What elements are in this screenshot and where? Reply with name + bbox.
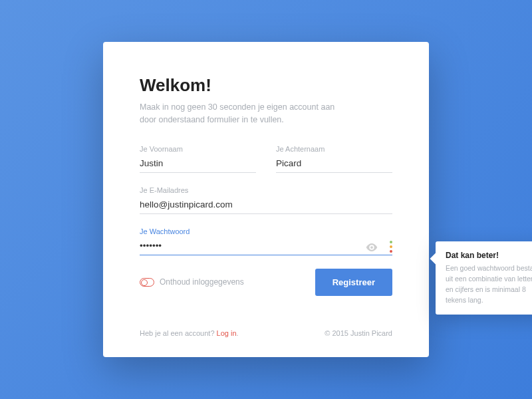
lastname-input[interactable] — [276, 156, 392, 173]
lastname-field: Je Achternaam — [276, 145, 392, 173]
tooltip-title: Dat kan beter! — [446, 251, 532, 260]
login-prompt: Heb je al een account? Log in. — [140, 329, 239, 337]
password-field: Je Wachtwoord — [140, 227, 392, 255]
login-link[interactable]: Log in — [217, 329, 237, 337]
email-label: Je E-Mailadres — [140, 186, 392, 194]
strength-dot — [390, 250, 392, 253]
strength-dot — [390, 241, 392, 243]
remember-label: Onthoud inloggegevens — [160, 277, 244, 287]
password-label: Je Wachtwoord — [140, 227, 392, 235]
firstname-label: Je Voornaam — [140, 145, 256, 153]
tooltip-body: Een goed wachtwoord bestaat uit een comb… — [446, 263, 532, 305]
eye-icon[interactable] — [366, 243, 378, 251]
card-footer: Heb je al een account? Log in. © 2015 Ju… — [140, 323, 392, 337]
signup-card: Welkom! Maak in nog geen 30 seconden je … — [103, 42, 429, 357]
firstname-field: Je Voornaam — [140, 145, 256, 173]
toggle-icon — [140, 278, 154, 287]
remember-toggle[interactable]: Onthoud inloggegevens — [140, 277, 244, 287]
password-tooltip: Dat kan beter! Een goed wachtwoord besta… — [436, 241, 532, 315]
password-input[interactable] — [140, 238, 392, 255]
page-title: Welkom! — [140, 75, 392, 96]
svg-point-0 — [370, 246, 373, 249]
firstname-input[interactable] — [140, 156, 256, 173]
email-field: Je E-Mailadres — [140, 186, 392, 214]
email-input[interactable] — [140, 197, 392, 214]
password-strength-indicator — [390, 241, 392, 253]
copyright: © 2015 Justin Picard — [325, 329, 392, 337]
strength-dot — [390, 245, 392, 248]
register-button[interactable]: Registreer — [315, 269, 392, 296]
lastname-label: Je Achternaam — [276, 145, 392, 153]
page-subtitle: Maak in nog geen 30 seconden je eigen ac… — [140, 101, 339, 126]
